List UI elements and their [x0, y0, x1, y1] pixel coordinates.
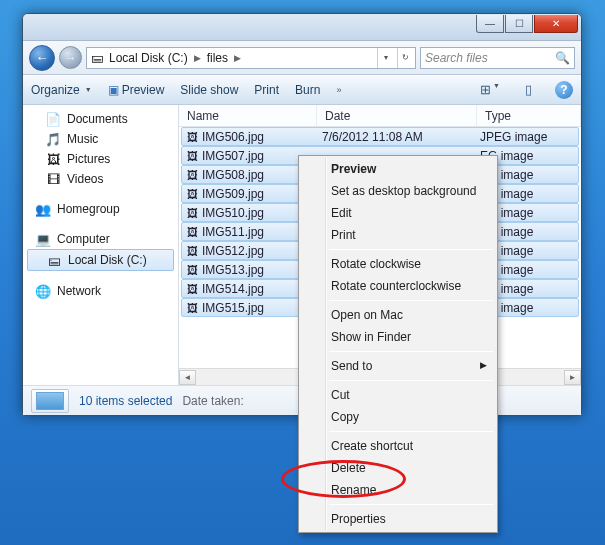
- ctx-create-shortcut[interactable]: Create shortcut: [301, 435, 495, 457]
- network-icon: 🌐: [35, 283, 51, 299]
- sidebar-item-network[interactable]: 🌐Network: [23, 281, 178, 301]
- image-file-icon: 🖼: [182, 302, 202, 314]
- image-file-icon: 🖼: [182, 226, 202, 238]
- back-button[interactable]: ←: [29, 45, 55, 71]
- refresh-button[interactable]: ↻: [397, 48, 413, 68]
- sidebar-item-videos[interactable]: 🎞Videos: [23, 169, 178, 189]
- drive-icon: 🖴: [89, 50, 105, 66]
- ctx-rotate-ccw[interactable]: Rotate counterclockwise: [301, 275, 495, 297]
- sidebar-item-localdisk[interactable]: 🖴Local Disk (C:): [27, 249, 174, 271]
- col-name[interactable]: Name: [179, 105, 317, 126]
- ctx-set-background[interactable]: Set as desktop background: [301, 180, 495, 202]
- videos-icon: 🎞: [45, 171, 61, 187]
- forward-button[interactable]: →: [59, 46, 82, 69]
- image-file-icon: 🖼: [182, 264, 202, 276]
- file-row[interactable]: 🖼IMG506.jpg7/6/2012 11:08 AMJPEG image: [181, 127, 579, 146]
- image-file-icon: 🖼: [182, 131, 202, 143]
- col-type[interactable]: Type: [477, 105, 581, 126]
- pictures-icon: 🖼: [45, 151, 61, 167]
- help-button[interactable]: ?: [555, 81, 573, 99]
- sidebar-item-pictures[interactable]: 🖼Pictures: [23, 149, 178, 169]
- ctx-preview[interactable]: Preview: [301, 158, 495, 180]
- search-input[interactable]: Search files 🔍: [420, 47, 575, 69]
- organize-button[interactable]: Organize▼: [31, 83, 92, 97]
- file-name: IMG506.jpg: [202, 130, 316, 144]
- titlebar: — ☐ ✕: [23, 14, 581, 41]
- breadcrumb-folder[interactable]: files: [207, 51, 228, 65]
- toolbar: Organize▼ ▣Preview Slide show Print Burn…: [23, 75, 581, 105]
- ctx-edit[interactable]: Edit: [301, 202, 495, 224]
- ctx-print[interactable]: Print: [301, 224, 495, 246]
- search-placeholder: Search files: [425, 51, 488, 65]
- image-file-icon: 🖼: [182, 150, 202, 162]
- burn-button[interactable]: Burn: [295, 83, 320, 97]
- search-icon: 🔍: [555, 51, 570, 65]
- computer-icon: 💻: [35, 231, 51, 247]
- status-selection: 10 items selected: [79, 394, 172, 408]
- preview-pane-button[interactable]: ▯: [517, 82, 539, 97]
- ctx-send-to[interactable]: Send to▶: [301, 355, 495, 377]
- breadcrumb-drive[interactable]: Local Disk (C:): [109, 51, 188, 65]
- sidebar-item-documents[interactable]: 📄Documents: [23, 109, 178, 129]
- image-file-icon: 🖼: [182, 283, 202, 295]
- ctx-rename[interactable]: Rename: [301, 479, 495, 501]
- chevron-right-icon: ▶: [194, 53, 201, 63]
- slideshow-button[interactable]: Slide show: [180, 83, 238, 97]
- sidebar-item-computer[interactable]: 💻Computer: [23, 229, 178, 249]
- col-date[interactable]: Date: [317, 105, 477, 126]
- maximize-button[interactable]: ☐: [505, 15, 533, 33]
- sidebar: 📄Documents 🎵Music 🖼Pictures 🎞Videos 👥Hom…: [23, 105, 179, 385]
- ctx-properties[interactable]: Properties: [301, 508, 495, 530]
- ctx-rotate-cw[interactable]: Rotate clockwise: [301, 253, 495, 275]
- scroll-left-button[interactable]: ◄: [179, 370, 196, 385]
- print-button[interactable]: Print: [254, 83, 279, 97]
- homegroup-icon: 👥: [35, 201, 51, 217]
- documents-icon: 📄: [45, 111, 61, 127]
- view-button[interactable]: ⊞▼: [479, 82, 501, 97]
- scroll-right-button[interactable]: ►: [564, 370, 581, 385]
- drive-icon: 🖴: [46, 252, 62, 268]
- file-type: JPEG image: [474, 130, 578, 144]
- file-date: 7/6/2012 11:08 AM: [316, 130, 474, 144]
- image-file-icon: 🖼: [182, 245, 202, 257]
- image-file-icon: 🖼: [182, 207, 202, 219]
- submenu-arrow-icon: ▶: [480, 360, 487, 370]
- status-thumbnail: [31, 389, 69, 413]
- navbar: ← → 🖴 Local Disk (C:) ▶ files ▶ ▾ ↻ Sear…: [23, 41, 581, 75]
- image-file-icon: 🖼: [182, 188, 202, 200]
- status-meta: Date taken:: [182, 394, 243, 408]
- toolbar-overflow[interactable]: »: [336, 85, 341, 95]
- ctx-show-in-finder[interactable]: Show in Finder: [301, 326, 495, 348]
- column-header[interactable]: Name Date Type: [179, 105, 581, 127]
- ctx-delete[interactable]: Delete: [301, 457, 495, 479]
- close-button[interactable]: ✕: [534, 15, 578, 33]
- breadcrumb-dropdown[interactable]: ▾: [377, 48, 393, 68]
- music-icon: 🎵: [45, 131, 61, 147]
- chevron-right-icon: ▶: [234, 53, 241, 63]
- context-menu: Preview Set as desktop background Edit P…: [298, 155, 498, 533]
- image-file-icon: 🖼: [182, 169, 202, 181]
- ctx-copy[interactable]: Copy: [301, 406, 495, 428]
- ctx-open-on-mac[interactable]: Open on Mac: [301, 304, 495, 326]
- breadcrumb[interactable]: 🖴 Local Disk (C:) ▶ files ▶ ▾ ↻: [86, 47, 416, 69]
- ctx-cut[interactable]: Cut: [301, 384, 495, 406]
- sidebar-item-music[interactable]: 🎵Music: [23, 129, 178, 149]
- preview-button[interactable]: ▣Preview: [108, 83, 165, 97]
- minimize-button[interactable]: —: [476, 15, 504, 33]
- sidebar-item-homegroup[interactable]: 👥Homegroup: [23, 199, 178, 219]
